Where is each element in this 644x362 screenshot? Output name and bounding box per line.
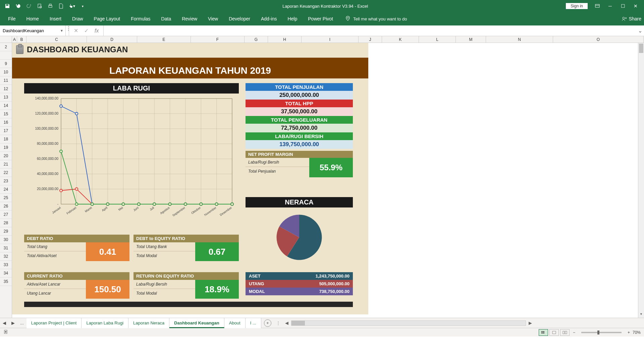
view-page-break-button[interactable] (560, 329, 570, 336)
row-header[interactable]: 25 (0, 194, 12, 202)
sheet-tab[interactable]: I ... (246, 318, 261, 328)
horizontal-scrollbar[interactable] (291, 320, 526, 326)
column-header[interactable]: I (302, 36, 359, 43)
column-header[interactable]: A (12, 36, 17, 43)
cancel-formula-icon[interactable]: ✕ (74, 27, 78, 34)
row-header[interactable]: 22 (0, 169, 12, 177)
macro-record-icon[interactable] (3, 329, 8, 335)
row-header[interactable]: 21 (0, 160, 12, 169)
row-header[interactable]: 20 (0, 152, 12, 160)
tell-me-search[interactable]: Tell me what you want to do (345, 15, 407, 22)
column-header[interactable]: F (191, 36, 245, 43)
ribbon-tab-developer[interactable]: Developer (223, 12, 256, 25)
redo-icon[interactable] (25, 3, 32, 9)
view-normal-button[interactable] (539, 329, 548, 336)
row-header[interactable]: 32 (0, 252, 12, 261)
expand-formula-icon[interactable]: ⌄ (636, 27, 644, 34)
row-header[interactable]: 26 (0, 202, 12, 210)
ribbon-tab-home[interactable]: Home (21, 12, 44, 25)
ribbon-tab-insert[interactable]: Insert (44, 12, 67, 25)
row-header[interactable]: 34 (0, 269, 12, 278)
hscroll-thumb[interactable] (291, 321, 305, 325)
hscroll-left-icon[interactable]: ◀ (285, 320, 288, 325)
maximize-icon[interactable]: ☐ (620, 3, 626, 9)
column-header[interactable]: O (553, 36, 644, 43)
hscroll-right-icon[interactable]: ▶ (529, 320, 532, 325)
column-header[interactable]: D (87, 36, 137, 43)
sheet-tab[interactable]: Laporan Project | Client (26, 318, 82, 328)
print-preview-icon[interactable] (36, 3, 43, 9)
tab-nav-ellipsis[interactable]: ... (17, 320, 26, 325)
row-header[interactable]: 27 (0, 210, 12, 219)
column-header[interactable]: J (359, 36, 382, 43)
column-header[interactable]: G (245, 36, 268, 43)
ribbon-tab-review[interactable]: Review (176, 12, 203, 25)
ribbon-tab-help[interactable]: Help (282, 12, 303, 25)
row-header[interactable]: 9 (0, 60, 12, 68)
row-header[interactable]: 10 (0, 68, 12, 76)
chevron-down-icon[interactable]: ▼ (60, 29, 63, 33)
column-header[interactable]: N (486, 36, 553, 43)
ribbon-tab-file[interactable]: File (3, 12, 21, 25)
qat-customize-icon[interactable]: ▾ (79, 3, 86, 9)
undo-icon[interactable] (15, 3, 21, 9)
fx-icon[interactable]: fx (95, 28, 99, 34)
row-header[interactable]: 28 (0, 219, 12, 227)
zoom-out-button[interactable]: − (573, 330, 575, 335)
column-header[interactable]: E (137, 36, 191, 43)
zoom-in-button[interactable]: + (628, 330, 630, 335)
minimize-icon[interactable]: ─ (607, 3, 613, 9)
name-box[interactable]: DashboardKeuangan ▼ (0, 25, 66, 36)
view-page-layout-button[interactable] (549, 329, 559, 336)
ribbon-tab-page-layout[interactable]: Page Layout (89, 12, 126, 25)
sheet-tab[interactable]: Laporan Neraca (128, 318, 169, 328)
ribbon-tab-power-pivot[interactable]: Power Pivot (303, 12, 338, 25)
add-sheet-button[interactable]: + (264, 319, 271, 327)
row-header[interactable]: 35 (0, 278, 12, 286)
vertical-scrollbar[interactable]: ▲ ▼ (638, 43, 644, 318)
quick-print-icon[interactable] (47, 3, 54, 9)
signin-button[interactable]: Sign in (566, 3, 588, 9)
ribbon-tab-addins[interactable]: Add-ins (256, 12, 282, 25)
vscroll-thumb[interactable] (639, 44, 643, 53)
tab-nav-prev-icon[interactable]: ◀ (0, 320, 9, 325)
ribbon-tab-formulas[interactable]: Formulas (125, 12, 156, 25)
row-header[interactable]: 14 (0, 102, 12, 110)
formula-input[interactable] (104, 25, 636, 36)
save-icon[interactable] (4, 3, 11, 9)
row-header[interactable]: 23 (0, 177, 12, 185)
touch-mode-icon[interactable]: ▾ (68, 3, 75, 9)
row-header[interactable]: 24 (0, 185, 12, 194)
close-icon[interactable]: ✕ (633, 3, 639, 9)
row-header[interactable]: 13 (0, 93, 12, 102)
sheet-tab[interactable]: Dashboard Keuangan (169, 318, 224, 328)
ribbon-tab-draw[interactable]: Draw (67, 12, 89, 25)
row-header[interactable]: 19 (0, 143, 12, 152)
sheet-tab[interactable]: About (224, 318, 246, 328)
select-all-corner[interactable] (0, 36, 12, 43)
row-header[interactable]: 31 (0, 244, 12, 252)
row-header[interactable]: 12 (0, 85, 12, 93)
zoom-slider[interactable] (581, 332, 622, 333)
ribbon-display-icon[interactable] (594, 3, 600, 9)
row-header[interactable]: 30 (0, 236, 12, 244)
row-header[interactable]: 17 (0, 127, 12, 135)
row-header[interactable]: 2 (0, 43, 12, 51)
worksheet[interactable]: DASHBOARD KEUANGAN LAPORAN KEUANGAN TAHU… (12, 43, 644, 318)
row-header[interactable]: 33 (0, 261, 12, 269)
column-header[interactable]: C (26, 36, 87, 43)
column-header[interactable]: B (17, 36, 26, 43)
sheet-tab[interactable]: Laporan Laba Rugi (82, 318, 128, 328)
row-header[interactable]: 29 (0, 227, 12, 236)
new-file-icon[interactable] (58, 3, 64, 9)
column-header[interactable]: K (382, 36, 419, 43)
enter-formula-icon[interactable]: ✓ (84, 27, 89, 34)
row-header[interactable]: 11 (0, 76, 12, 85)
zoom-level[interactable]: 70% (633, 330, 641, 335)
row-header[interactable]: 18 (0, 135, 12, 143)
column-header[interactable]: L (419, 36, 456, 43)
row-header[interactable]: 16 (0, 118, 12, 127)
row-header[interactable] (0, 51, 12, 60)
column-header[interactable]: M (456, 36, 486, 43)
scroll-down-icon[interactable]: ▼ (638, 312, 644, 318)
